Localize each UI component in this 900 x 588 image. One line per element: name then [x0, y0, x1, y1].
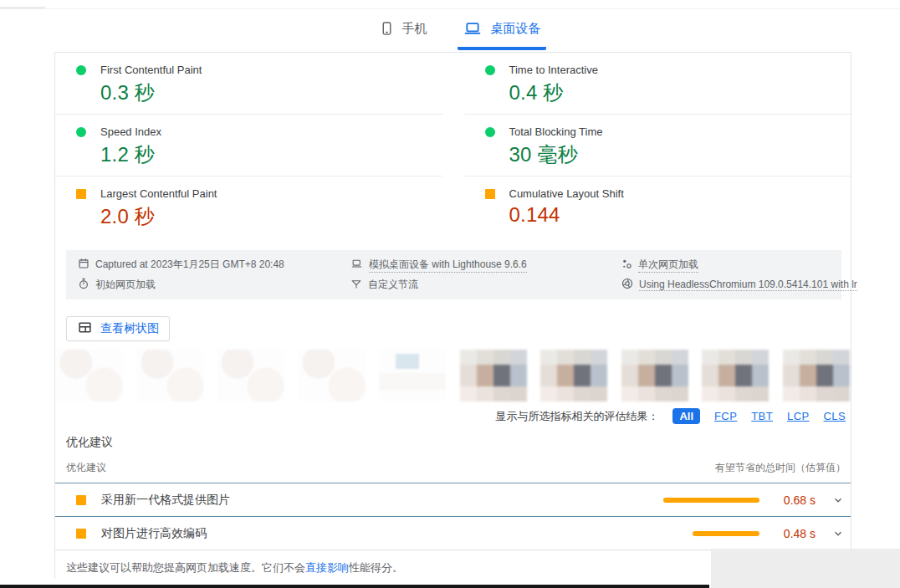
laptop-small-icon: [350, 258, 363, 272]
view-treemap-button[interactable]: 查看树状图: [66, 316, 170, 341]
metric-lcp: Largest Contentful Paint 2.0 秒: [55, 176, 442, 238]
throttling-item: 自定义节流: [350, 278, 615, 292]
sample-icon: [621, 258, 632, 272]
good-dot-icon: [76, 127, 86, 137]
report-body: First Contentful Paint 0.3 秒 Time to Int…: [54, 52, 851, 579]
initial-load-text: 初始网页加载: [95, 278, 156, 292]
chevron-down-icon[interactable]: [832, 528, 844, 539]
filter-chip-all[interactable]: All: [672, 408, 700, 424]
chevron-down-icon[interactable]: [832, 494, 844, 506]
capture-date-text: Captured at 2023年1月25日 GMT+8 20:48: [95, 258, 284, 272]
user-agent-text: Using HeadlessChromium 109.0.5414.101 wi…: [639, 279, 857, 291]
screenshot-thumbnail: [299, 350, 366, 401]
tab-desktop[interactable]: 桌面设备: [458, 13, 546, 50]
metric-tti: Time to Interactive 0.4 秒: [464, 53, 851, 115]
average-square-icon: [76, 189, 86, 199]
screenshot-thumbnail: [540, 350, 607, 401]
opportunities-header: 优化建议 有望节省的总时间（估算值）: [55, 461, 851, 483]
savings-bar: [663, 498, 759, 503]
chromium-icon: [621, 278, 633, 292]
laptop-icon: [463, 20, 483, 37]
initial-load-item: 初始网页加载: [78, 278, 344, 292]
metric-value: 1.2 秒: [100, 141, 442, 168]
capture-date-item: Captured at 2023年1月25日 GMT+8 20:48: [78, 258, 344, 272]
metric-value: 0.144: [509, 203, 851, 227]
filter-chip-fcp[interactable]: FCP: [714, 410, 737, 422]
screenshot-thumbnail: [621, 350, 688, 401]
filter-chip-cls[interactable]: CLS: [824, 410, 846, 422]
metric-filter-row: 显示与所选指标相关的评估结果： All FCP TBT LCP CLS: [495, 408, 846, 424]
screenshot-thumbnail: [379, 350, 446, 401]
sampling-item[interactable]: 单次网页加载: [621, 258, 857, 273]
emulated-device-item[interactable]: 模拟桌面设备 with Lighthouse 9.6.6: [350, 258, 615, 273]
calendar-icon: [78, 258, 89, 272]
filter-chip-lcp[interactable]: LCP: [787, 410, 810, 422]
metric-label: Speed Index: [100, 125, 161, 138]
footnote-link[interactable]: 直接影响: [305, 561, 349, 574]
metric-value: 2.0 秒: [100, 203, 442, 230]
top-left-artifact: [0, 7, 45, 9]
screenshot-thumbnail: [137, 350, 204, 401]
bottom-edge-artifact: [0, 585, 709, 588]
metric-filter-label: 显示与所选指标相关的评估结果：: [495, 409, 658, 424]
savings-value: 0.48 s: [772, 527, 816, 540]
bottom-right-artifact: [711, 549, 900, 588]
view-treemap-label: 查看树状图: [100, 321, 159, 336]
screenshot-filmstrip: [56, 350, 850, 401]
footnote-text-pre: 这些建议可以帮助您提高网页加载速度。它们不会: [66, 561, 305, 574]
emulated-device-text: 模拟桌面设备 with Lighthouse 9.6.6: [369, 258, 527, 273]
metric-value: 30 毫秒: [509, 141, 851, 168]
top-divider: [0, 8, 900, 9]
metrics-grid: First Contentful Paint 0.3 秒 Time to Int…: [55, 53, 851, 238]
average-square-icon: [485, 189, 495, 199]
tab-mobile-label: 手机: [402, 21, 427, 37]
good-dot-icon: [76, 65, 86, 75]
device-tabbar: 手机 桌面设备: [10, 13, 900, 50]
user-agent-item[interactable]: Using HeadlessChromium 109.0.5414.101 wi…: [621, 278, 857, 292]
treemap-icon: [77, 320, 93, 337]
tab-mobile[interactable]: 手机: [375, 13, 432, 50]
savings-bar: [693, 531, 759, 536]
metric-value: 0.4 秒: [509, 79, 851, 106]
screenshot-thumbnail: [702, 350, 769, 401]
filter-chip-tbt[interactable]: TBT: [751, 410, 773, 422]
metric-label: Total Blocking Time: [509, 125, 603, 138]
savings-value: 0.68 s: [772, 493, 816, 507]
average-square-icon: [76, 529, 86, 539]
screenshot-thumbnail: [783, 350, 850, 401]
stopwatch-icon: [78, 278, 89, 292]
screenshot-thumbnail: [56, 350, 123, 401]
metric-cls: Cumulative Layout Shift 0.144: [464, 176, 851, 238]
metric-fcp: First Contentful Paint 0.3 秒: [55, 53, 442, 115]
opportunities-col-title: 优化建议: [66, 461, 106, 475]
metric-label: First Contentful Paint: [100, 64, 202, 76]
opportunity-row[interactable]: 采用新一代格式提供图片 0.68 s: [55, 483, 851, 517]
sampling-text: 单次网页加载: [638, 258, 698, 273]
metric-label: Largest Contentful Paint: [100, 187, 217, 200]
good-dot-icon: [485, 65, 495, 75]
capture-info-bar: Captured at 2023年1月25日 GMT+8 20:48 初始网页加…: [66, 250, 841, 299]
footnote-text-post: 性能得分。: [349, 561, 403, 574]
throttling-text: 自定义节流: [368, 278, 418, 292]
average-square-icon: [76, 495, 86, 505]
throttling-icon: [350, 279, 362, 292]
metric-speed-index: Speed Index 1.2 秒: [55, 115, 442, 176]
screenshot-thumbnail: [460, 350, 527, 401]
metric-value: 0.3 秒: [100, 79, 442, 106]
opportunities-col-savings: 有望节省的总时间（估算值）: [715, 461, 846, 475]
opportunity-row[interactable]: 对图片进行高效编码 0.48 s: [55, 517, 851, 550]
tab-desktop-label: 桌面设备: [491, 21, 541, 37]
opportunity-label: 对图片进行高效编码: [101, 526, 207, 541]
metric-label: Cumulative Layout Shift: [509, 187, 624, 200]
good-dot-icon: [485, 127, 495, 137]
opportunities-section-title: 优化建议: [66, 435, 113, 450]
metric-tbt: Total Blocking Time 30 毫秒: [464, 115, 851, 176]
opportunity-label: 采用新一代格式提供图片: [101, 493, 230, 508]
screenshot-thumbnail: [217, 350, 284, 401]
phone-icon: [380, 18, 394, 38]
metric-label: Time to Interactive: [509, 64, 598, 76]
